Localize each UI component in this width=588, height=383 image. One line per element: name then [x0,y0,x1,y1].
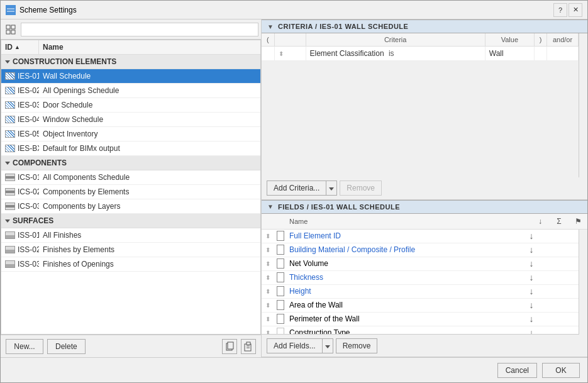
group-surfaces[interactable]: SURFACES [1,214,260,228]
drag-handle-icon: ⬍ [265,330,270,335]
tree-row-ies-04[interactable]: IES-04 Window Schedule [1,113,260,127]
remove-fields-button[interactable]: Remove [336,338,378,353]
left-panel: ID ▲ Name CONSTRUCTION ELEMENTS [1,19,262,357]
criteria-th-andor: and/or [547,33,579,47]
id-column-header[interactable]: ID ▲ [1,40,39,54]
search-input[interactable] [21,23,258,36]
criteria-section-title: CRITERIA / IES-01 WALL SCHEDULE [278,23,408,30]
tree-row-iss-02[interactable]: ISS-02 Finishes by Elements [1,243,260,257]
sort-icon: ↓ [530,314,534,324]
dialog-title: Scheme Settings [19,6,553,14]
add-criteria-button[interactable]: Add Criteria... [267,180,326,196]
tree-row-ies-bx[interactable]: IES-BX Default for BIMx output [1,142,260,156]
ok-button[interactable]: OK [542,363,580,378]
criteria-th-openparen: ( [262,33,274,47]
fields-th-sort: ↓ [531,216,550,227]
fields-list[interactable]: ⬍ Full Element ID ↓ [262,230,579,335]
criteria-row-0[interactable]: ⬍ Element Classification is Wall [262,47,579,61]
grid-view-button[interactable] [3,22,18,37]
construction-icon [5,101,15,109]
copy-icon [225,341,235,352]
fields-collapse-button[interactable]: ▼ [267,203,274,211]
fields-scroll-container: ⬍ Full Element ID ↓ [262,230,587,335]
fields-section-title: FIELDS / IES-01 WALL SCHEDULE [278,203,400,211]
criteria-scroll-area: ( Criteria Value ) and/or [262,33,587,177]
field-row-thickness[interactable]: ⬍ Thickness ↓ [262,271,579,285]
field-row-area-wall[interactable]: ⬍ Area of the Wall ↓ [262,299,579,313]
scheme-tree[interactable]: ID ▲ Name CONSTRUCTION ELEMENTS [1,40,261,335]
field-name-label: Thickness [289,273,323,282]
name-column-header[interactable]: Name [39,40,260,54]
grid-icon [6,25,16,35]
new-button[interactable]: New... [6,339,43,354]
fields-th-sum: Σ [550,216,569,227]
surfaces-icon [5,260,15,268]
tree-row-ics-02[interactable]: ICS-02 Components by Elements [1,185,260,199]
field-type-icon [277,286,284,296]
criteria-content[interactable]: ( Criteria Value ) and/or [262,33,579,165]
tree-row-ics-03[interactable]: ICS-03 Components by Layers [1,199,260,214]
field-name-label: Net Volume [289,259,328,268]
criteria-section-header: ▼ CRITERIA / IES-01 WALL SCHEDULE [262,19,587,33]
help-button[interactable]: ? [553,3,567,17]
tree-row-ics-01[interactable]: ICS-01 All Components Schedule [1,170,260,185]
title-controls: ? ✕ [553,3,582,17]
sort-icon: ↓ [530,245,534,255]
tree-row-iss-01[interactable]: ISS-01 All Finishes [1,228,260,243]
field-row-height[interactable]: ⬍ Height ↓ [262,285,579,299]
fields-actions: Add Fields... Remove [262,335,587,357]
criteria-cell-closeparen [535,47,547,61]
svg-rect-0 [7,6,14,14]
drag-handle-icon: ⬍ [265,247,270,253]
dropdown-arrow-icon [325,345,330,348]
svg-rect-5 [6,30,10,34]
field-name-label: Building Material / Composite / Profile [289,245,415,254]
criteria-th-criteria: Criteria [306,33,485,47]
delete-button[interactable]: Delete [47,339,86,354]
field-row-perimeter-wall[interactable]: ⬍ Perimeter of the Wall ↓ [262,313,579,326]
fields-th-extra: ⚑ [569,216,587,227]
fields-table-header: Name ↓ Σ ⚑ [262,214,587,230]
construction-icon [5,72,15,80]
collapse-components-icon [5,162,10,165]
tree-row-ies-02[interactable]: IES-02 All Openings Schedule [1,84,260,98]
sort-icon: ↓ [530,272,534,282]
paste-button[interactable] [241,339,256,354]
field-type-icon [277,245,284,255]
dropdown-arrow-icon [329,187,334,191]
toolbar [1,19,261,40]
add-fields-button[interactable]: Add Fields... [267,338,323,353]
add-criteria-dropdown[interactable] [326,180,337,196]
field-type-icon [277,272,284,282]
field-row-building-material[interactable]: ⬍ Building Material / Composite / Profil… [262,243,579,257]
fields-section: Name ↓ Σ ⚑ [262,214,587,358]
group-construction-elements[interactable]: CONSTRUCTION ELEMENTS [1,55,260,69]
criteria-scrollbar[interactable] [579,33,587,177]
cancel-button[interactable]: Cancel [497,363,537,378]
field-name-label: Construction Type [289,328,350,335]
fields-scrollbar[interactable] [579,230,587,335]
field-row-net-volume[interactable]: ⬍ Net Volume ↓ [262,257,579,271]
criteria-cell-andor [547,47,579,61]
remove-criteria-button[interactable]: Remove [340,180,382,196]
criteria-cell-criteria: Element Classification is [306,47,485,61]
tree-row-ies-01[interactable]: IES-01 Wall Schedule [1,69,260,84]
add-fields-dropdown[interactable] [323,338,333,353]
tree-row-ies-05[interactable]: IES-05 Object Inventory [1,127,260,142]
field-type-icon [277,328,284,335]
close-button[interactable]: ✕ [569,3,582,17]
add-criteria-split-button: Add Criteria... [267,180,337,196]
sort-icon: ↓ [530,328,534,335]
criteria-collapse-button[interactable]: ▼ [267,23,274,30]
dialog-icon [6,5,16,15]
field-row-full-element-id[interactable]: ⬍ Full Element ID ↓ [262,230,579,243]
tree-row-iss-03[interactable]: ISS-03 Finishes of Openings [1,257,260,272]
field-row-construction-type[interactable]: ⬍ Construction Type ↓ [262,326,579,335]
field-name-label: Perimeter of the Wall [289,314,360,323]
scheme-settings-dialog: Scheme Settings ? ✕ [0,0,588,383]
copy-button[interactable] [222,339,237,354]
group-components[interactable]: COMPONENTS [1,156,260,170]
fields-th-icon [274,216,287,227]
tree-header: ID ▲ Name [1,40,260,55]
tree-row-ies-03[interactable]: IES-03 Door Schedule [1,98,260,113]
